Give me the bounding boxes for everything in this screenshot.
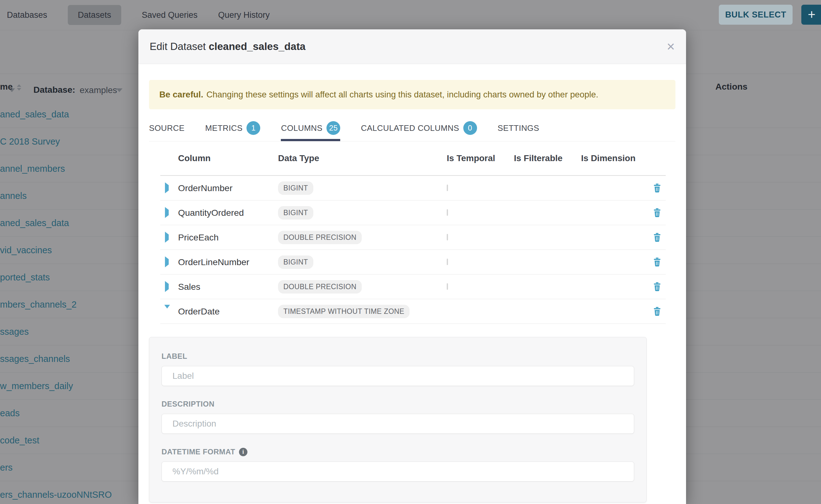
nav-tab-datasets[interactable]: Datasets (68, 5, 121, 25)
delete-column-button[interactable] (648, 233, 666, 242)
dataset-link[interactable]: ported_stats (0, 272, 50, 283)
expand-caret-icon[interactable] (165, 182, 169, 193)
trash-icon[interactable] (653, 307, 661, 316)
columns-table: Column Data Type Is Temporal Is Filterab… (160, 141, 666, 324)
dataset-link[interactable]: ers (0, 462, 12, 473)
column-row: SalesDOUBLE PRECISION (160, 274, 666, 299)
dataset-link[interactable]: C 2018 Survey (0, 136, 60, 147)
delete-column-button[interactable] (648, 208, 666, 217)
column-name: OrderLineNumber (178, 257, 278, 267)
info-icon[interactable]: i (239, 448, 247, 456)
field-label: LABEL (161, 352, 634, 361)
dataset-link[interactable]: aned_sales_data (0, 109, 69, 120)
form-field-datetime-format: DATETIME FORMATi (161, 447, 634, 482)
column-name: OrderNumber (178, 183, 278, 193)
dataset-name: cleaned_sales_data (209, 41, 305, 52)
trash-icon[interactable] (653, 233, 661, 242)
column-name: PriceEach (178, 232, 278, 243)
name-column-header[interactable]: me (0, 82, 21, 92)
collapse-caret-icon[interactable] (164, 305, 170, 314)
dataset-link[interactable]: aned_sales_data (0, 218, 69, 228)
is-temporal-checkbox[interactable] (447, 209, 448, 216)
edit-dataset-modal: Edit Dataset cleaned_sales_data × Be car… (138, 29, 686, 504)
top-nav: DatabasesDatasetsSaved QueriesQuery Hist… (0, 0, 821, 30)
modal-title: Edit Dataset cleaned_sales_data (150, 41, 305, 52)
tab-calculated-columns[interactable]: CALCULATED COLUMNS0 (361, 121, 477, 141)
column-name: QuantityOrdered (178, 208, 278, 218)
trash-icon[interactable] (653, 282, 661, 291)
column-detail-panel: LABELDESCRIPTIONDATETIME FORMATi (149, 337, 647, 502)
dataset-link[interactable]: annel_members (0, 164, 65, 174)
delete-column-button[interactable] (648, 282, 666, 291)
nav-tab-saved-queries[interactable]: Saved Queries (142, 5, 198, 25)
add-dataset-button[interactable]: + (801, 5, 821, 25)
dataset-link[interactable]: ers_channels-uzooNNtSRO (0, 490, 112, 500)
database-filter-value[interactable]: examples (80, 85, 117, 95)
delete-column-button[interactable] (648, 183, 666, 193)
dataset-link[interactable]: annels (0, 191, 27, 201)
expand-caret-icon[interactable] (165, 256, 169, 267)
column-name: Sales (178, 282, 278, 292)
data-type-pill: DOUBLE PRECISION (278, 231, 362, 244)
form-field-label: LABEL (161, 352, 634, 386)
plus-icon: + (808, 7, 816, 22)
data-type-pill: BIGINT (278, 255, 313, 269)
bulk-select-button[interactable]: BULK SELECT (719, 5, 793, 25)
is-temporal-checkbox[interactable] (447, 283, 448, 290)
tab-label: SETTINGS (498, 123, 539, 133)
dataset-link[interactable]: w_members_daily (0, 381, 73, 391)
close-icon[interactable]: × (667, 40, 675, 53)
trash-icon[interactable] (653, 183, 661, 193)
header-is-dimension: Is Dimension (581, 153, 648, 163)
tab-metrics[interactable]: METRICS1 (205, 121, 260, 141)
data-type-pill: BIGINT (278, 206, 313, 220)
tab-columns[interactable]: COLUMNS25 (281, 121, 340, 141)
data-type-pill: TIMESTAMP WITHOUT TIME ZONE (278, 305, 409, 318)
field-label: DATETIME FORMATi (161, 447, 634, 456)
column-row: PriceEachDOUBLE PRECISION (160, 225, 666, 250)
tab-label: CALCULATED COLUMNS (361, 123, 459, 133)
modal-header: Edit Dataset cleaned_sales_data × (138, 29, 686, 64)
is-temporal-checkbox[interactable] (447, 234, 448, 240)
expand-caret-icon[interactable] (165, 207, 169, 218)
trash-icon[interactable] (653, 208, 661, 217)
header-is-filterable: Is Filterable (514, 153, 581, 163)
tab-label: METRICS (205, 123, 243, 133)
database-filter-label: Database: (33, 85, 75, 95)
tab-source[interactable]: SOURCE (149, 121, 185, 141)
data-type-pill: BIGINT (278, 181, 313, 195)
expand-caret-icon[interactable] (165, 281, 169, 292)
column-row: OrderNumberBIGINT (160, 176, 666, 200)
dataset-link[interactable]: eads (0, 408, 20, 418)
description-input[interactable] (161, 414, 634, 434)
actions-column-header: Actions (715, 82, 748, 92)
sort-icon (17, 84, 21, 91)
nav-tab-databases[interactable]: Databases (7, 5, 47, 25)
chevron-down-icon[interactable] (116, 88, 122, 92)
trash-icon[interactable] (653, 257, 661, 267)
tab-label: SOURCE (149, 123, 185, 133)
is-temporal-checkbox[interactable] (447, 185, 448, 191)
nav-tab-query-history[interactable]: Query History (218, 5, 269, 25)
dataset-link[interactable]: vid_vaccines (0, 245, 52, 255)
modal-tabs: SOURCEMETRICS1COLUMNS25CALCULATED COLUMN… (149, 121, 675, 141)
dataset-link[interactable]: code_test (0, 435, 39, 446)
header-data-type: Data Type (278, 153, 447, 163)
dataset-link[interactable]: ssages_channels (0, 354, 70, 364)
column-name: OrderDate (178, 306, 278, 317)
header-is-temporal: Is Temporal (447, 153, 514, 163)
form-field-description: DESCRIPTION (161, 400, 634, 434)
dataset-link[interactable]: mbers_channels_2 (0, 299, 77, 310)
label-input[interactable] (161, 366, 634, 386)
delete-column-button[interactable] (648, 257, 666, 267)
tab-label: COLUMNS (281, 123, 322, 133)
column-row: OrderDateTIMESTAMP WITHOUT TIME ZONE (160, 299, 666, 324)
tab-settings[interactable]: SETTINGS (498, 121, 539, 141)
datetime-format-input[interactable] (161, 462, 634, 482)
dataset-link[interactable]: ssages (0, 327, 29, 337)
header-column: Column (178, 153, 278, 163)
delete-column-button[interactable] (648, 307, 666, 316)
is-temporal-checkbox[interactable] (447, 259, 448, 265)
expand-caret-icon[interactable] (165, 232, 169, 243)
data-type-pill: DOUBLE PRECISION (278, 280, 362, 294)
